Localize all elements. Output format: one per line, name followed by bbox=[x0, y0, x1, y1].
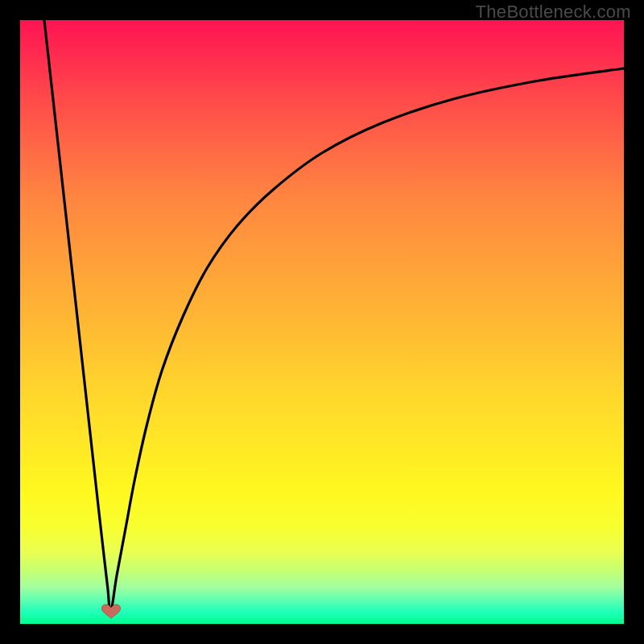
heart-shape bbox=[101, 605, 120, 619]
heart-icon bbox=[100, 604, 122, 620]
bottleneck-curve bbox=[20, 20, 624, 624]
curve-path bbox=[44, 20, 624, 612]
minimum-marker bbox=[100, 604, 122, 620]
chart-frame: TheBottleneck.com bbox=[0, 0, 644, 644]
plot-area bbox=[20, 20, 624, 624]
watermark-text: TheBottleneck.com bbox=[476, 2, 631, 23]
